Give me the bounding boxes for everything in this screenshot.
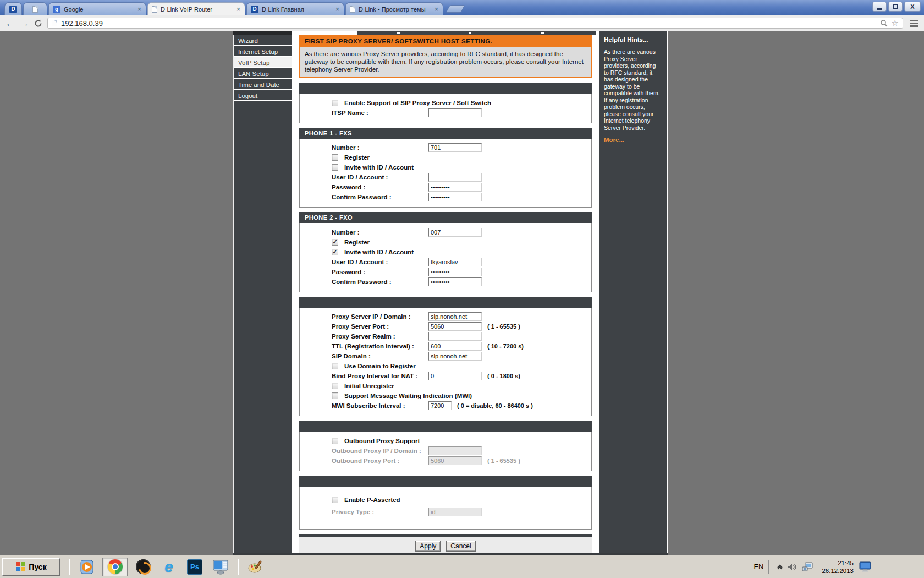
volume-icon[interactable] (788, 563, 798, 571)
tray-time: 21:45 (838, 560, 854, 566)
support-message-waiting-indication-mwi-row: Support Message Waiting Indication (MWI) (332, 391, 591, 401)
dlink-icon: D (251, 6, 258, 13)
wmp-icon[interactable] (76, 558, 97, 576)
close-button[interactable]: X (904, 2, 921, 12)
network-icon[interactable] (802, 562, 813, 571)
apply-button[interactable]: Apply (415, 541, 441, 552)
checkmark-icon: ✓ (332, 249, 337, 254)
display-settings-icon[interactable] (210, 558, 231, 576)
chrome-icon[interactable] (102, 558, 128, 576)
sidebar-item-internet-setup[interactable]: Internet Setup (234, 46, 292, 57)
confirm-password-row: Confirm Password : (332, 277, 591, 287)
enable-support-of-sip-proxy-server-soft-switch-checkbox[interactable] (332, 100, 338, 106)
mwi-subscribe-interval-input[interactable] (428, 401, 452, 410)
enable-p-asserted-checkbox[interactable] (332, 497, 338, 503)
bookmark-star-icon[interactable]: ☆ (892, 19, 899, 27)
support-message-waiting-indication-mwi-checkbox[interactable] (332, 392, 338, 399)
url-text[interactable]: 192.168.0.39 (61, 19, 876, 28)
password-input[interactable] (428, 268, 482, 276)
sidebar-menu: WizardInternet SetupVoIP SetupLAN SetupT… (233, 35, 292, 555)
clock[interactable]: 21:45 26.12.2013 (822, 559, 854, 575)
sip-domain-input[interactable] (428, 352, 482, 361)
number-input[interactable] (428, 228, 482, 237)
proxy-server-realm-input[interactable] (428, 332, 482, 341)
password-input[interactable] (428, 183, 482, 192)
aimp-icon[interactable] (133, 558, 153, 576)
section-phone-2-fxo: PHONE 2 - FXONumber :✓Register✓Invite wi… (299, 212, 592, 292)
start-button[interactable]: Пуск (2, 558, 61, 576)
chevron-up-icon[interactable] (777, 564, 783, 570)
browser-menu-icon[interactable] (910, 20, 919, 27)
register-checkbox[interactable] (332, 154, 338, 161)
invite-with-id-account-row: Invite with ID / Account (332, 163, 591, 172)
show-desktop-icon[interactable] (859, 561, 871, 572)
tab-page-1[interactable] (23, 2, 47, 15)
hints-more-link[interactable]: More... (604, 137, 662, 143)
field-label: TTL (Registration interval) : (332, 343, 428, 350)
photoshop-icon[interactable]: Ps (184, 558, 205, 576)
outbound-proxy-port-input[interactable] (428, 456, 482, 465)
tab-d-link-главная[interactable]: DD-Link Главная× (246, 2, 344, 15)
user-id-account-input[interactable] (428, 173, 482, 182)
back-icon[interactable]: ← (6, 19, 15, 28)
proxy-server-port-input[interactable] (428, 322, 482, 331)
sidebar-item-voip-setup[interactable]: VoIP Setup (234, 57, 292, 68)
minimize-button[interactable] (872, 2, 887, 12)
language-indicator[interactable]: EN (754, 563, 763, 571)
cutoff-nav-left (233, 31, 292, 35)
checkbox-label: Initial Unregister (344, 383, 394, 389)
sidebar-item-logout[interactable]: Logout (234, 90, 292, 101)
field-label: Password : (332, 184, 428, 190)
confirm-password-input[interactable] (428, 277, 482, 286)
cancel-button[interactable]: Cancel (446, 541, 475, 552)
tab-close-icon[interactable]: × (137, 6, 142, 13)
use-domain-to-register-checkbox[interactable] (332, 363, 338, 369)
tab-close-icon[interactable]: × (335, 6, 340, 13)
page-icon (32, 6, 38, 13)
ttl-registration-interval-row: TTL (Registration interval) :( 10 - 7200… (332, 342, 591, 351)
section-header: PHONE 1 - FXS (299, 128, 592, 139)
field-label: Proxy Server Port : (332, 323, 428, 330)
sidebar-item-wizard[interactable]: Wizard (234, 35, 292, 46)
tab-close-icon[interactable]: × (236, 6, 241, 13)
page-favicon-icon (52, 20, 57, 26)
forward-icon[interactable]: → (20, 19, 29, 28)
sidebar-item-lan-setup[interactable]: LAN Setup (234, 68, 292, 79)
reload-icon[interactable] (34, 19, 42, 28)
restore-button[interactable] (888, 2, 903, 12)
privacy-type-input[interactable] (428, 508, 482, 516)
ttl-registration-interval-input[interactable] (428, 342, 482, 351)
paint-icon[interactable] (245, 558, 266, 576)
section-header (299, 83, 592, 94)
tab-dlink-0[interactable]: D (4, 2, 22, 15)
address-bar[interactable]: 192.168.0.39 ☆ (47, 18, 903, 29)
proxy-server-ip-domain-input[interactable] (428, 312, 482, 321)
number-row: Number : (332, 143, 591, 152)
tab-d-link-voip-router[interactable]: D-Link VoIP Router× (147, 2, 245, 15)
tab-google[interactable]: gGoogle× (48, 2, 146, 15)
invite-with-id-account-checkbox[interactable]: ✓ (332, 249, 338, 255)
user-id-account-input[interactable] (428, 258, 482, 266)
section-body: Enable P-AssertedPrivacy Type : (299, 487, 592, 530)
section-untitled-4: Outbound Proxy SupportOutbound Proxy IP … (299, 421, 592, 471)
taskbar-separator (69, 559, 70, 575)
initial-unregister-checkbox[interactable] (332, 383, 338, 389)
ie-icon[interactable]: e (158, 558, 179, 576)
field-label: User ID / Account : (332, 174, 428, 181)
outbound-proxy-support-checkbox[interactable] (332, 438, 338, 444)
invite-with-id-account-checkbox[interactable] (332, 164, 338, 171)
bind-proxy-interval-for-nat-input[interactable] (428, 372, 482, 380)
search-icon[interactable] (880, 19, 888, 27)
new-tab-button[interactable] (446, 5, 465, 13)
field-label: Outbound Proxy Port : (332, 457, 428, 464)
window-controls: X (872, 2, 921, 12)
tab-close-icon[interactable]: × (434, 6, 439, 13)
hints-title: Helpful Hints... (604, 36, 662, 43)
confirm-password-input[interactable] (428, 193, 482, 201)
outbound-proxy-ip-domain-input[interactable] (428, 446, 482, 455)
number-input[interactable] (428, 143, 482, 152)
register-checkbox[interactable]: ✓ (332, 239, 338, 246)
sidebar-item-time-and-date[interactable]: Time and Date (234, 79, 292, 90)
itsp-name-input[interactable] (428, 108, 482, 117)
tab-d-link-просмотр-темы[interactable]: D-Link • Просмотр темы -× (345, 2, 443, 15)
